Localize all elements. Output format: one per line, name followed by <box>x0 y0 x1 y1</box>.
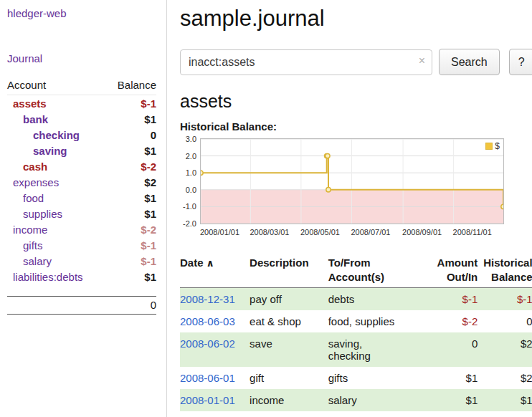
account-balance: $1 <box>105 190 156 206</box>
accounts-header-row: Account Balance <box>7 77 156 95</box>
transaction-date-link[interactable]: 2008-06-02 <box>180 337 235 350</box>
search-input[interactable] <box>180 49 432 75</box>
account-link-gifts[interactable]: gifts <box>23 239 43 251</box>
transaction-row: 2008-12-31 pay off debts $-1 $-1 <box>180 288 532 311</box>
account-row: saving $1 <box>7 143 156 158</box>
legend-label: $ <box>495 141 500 151</box>
account-balance: $-2 <box>105 158 156 174</box>
page-title: sample.journal <box>180 6 532 32</box>
x-tick-label: 2008/05/01 <box>300 228 340 236</box>
transaction-accounts: saving, checking <box>328 332 435 367</box>
account-link-supplies[interactable]: supplies <box>23 208 62 220</box>
balance-chart-svg <box>201 139 503 224</box>
chart-x-axis: 2008/01/012008/03/012008/05/012008/07/01… <box>200 228 504 239</box>
x-tick-label: 2008/09/01 <box>402 228 442 236</box>
account-balance: $1 <box>105 143 156 158</box>
account-row: assets $-1 <box>7 95 156 112</box>
account-row: bank $1 <box>7 111 156 127</box>
accounts-total: 0 <box>7 296 156 315</box>
account-row: supplies $1 <box>7 206 156 221</box>
transaction-description: eat & shop <box>250 310 328 332</box>
accounts-col-balance: Balance <box>105 77 156 95</box>
account-link-checking[interactable]: checking <box>33 129 80 141</box>
transaction-row: 2008-06-01 gift gifts $1 $2 <box>180 367 532 389</box>
x-tick-label: 2008/07/01 <box>351 228 390 236</box>
search-box: × <box>180 49 432 75</box>
transaction-accounts: food, supplies <box>328 310 435 332</box>
col-date-label: Date <box>180 257 204 269</box>
col-date-sortable[interactable]: Date∧ <box>180 254 250 288</box>
transaction-description: pay off <box>250 288 328 311</box>
accounts-col-account: Account <box>7 77 105 95</box>
account-balance: $1 <box>105 206 156 221</box>
transaction-date-link[interactable]: 2008-01-01 <box>180 394 235 406</box>
clear-search-icon[interactable]: × <box>419 55 425 67</box>
account-row: cash $-2 <box>7 158 156 174</box>
account-link-cash[interactable]: cash <box>23 160 47 173</box>
y-tick-label: 3.0 <box>186 135 196 143</box>
account-balance: 0 <box>105 127 156 143</box>
transaction-balance: $1 <box>483 389 532 411</box>
chart-legend: $ <box>485 141 500 151</box>
transaction-balance: $2 <box>483 367 532 389</box>
account-balance: $-1 <box>105 237 156 253</box>
chart-y-axis: 3.02.01.00.0-1.0-2.0 <box>180 138 199 226</box>
account-row: food $1 <box>7 190 156 206</box>
historical-balance-chart: 3.02.01.00.0-1.0-2.0 $ 2008/01/012008/03… <box>180 138 532 246</box>
transaction-date-link[interactable]: 2008-12-31 <box>180 293 235 305</box>
col-amount: Amount Out/In <box>434 254 483 288</box>
col-amount-line1: Amount <box>437 257 478 269</box>
transaction-accounts: debts <box>328 288 435 311</box>
transaction-date-link[interactable]: 2008-06-01 <box>180 372 235 384</box>
transaction-amount: $-2 <box>434 310 483 332</box>
transaction-amount: $1 <box>434 367 483 389</box>
transaction-amount: $1 <box>434 389 483 411</box>
x-tick-label: 2008/01/01 <box>200 228 239 236</box>
journal-nav-link[interactable]: Journal <box>7 52 42 64</box>
transaction-date-link[interactable]: 2008-06-03 <box>180 315 235 327</box>
account-title: assets <box>180 91 532 112</box>
account-balance: $-1 <box>105 253 156 269</box>
account-link-bank[interactable]: bank <box>23 113 48 125</box>
y-tick-label: -2.0 <box>183 219 196 228</box>
account-balance: $-2 <box>105 221 156 237</box>
transaction-balance: $-1 <box>483 288 532 311</box>
x-tick-label: 2008/11/01 <box>453 228 492 236</box>
col-balance: Historical Balance <box>483 254 532 288</box>
transaction-accounts: gifts <box>328 367 435 389</box>
account-link-liabilities-debts[interactable]: liabilities:debts <box>13 271 83 283</box>
transaction-row: 2008-01-01 income salary $1 $1 <box>180 389 532 411</box>
account-link-income[interactable]: income <box>13 224 47 236</box>
y-tick-label: -1.0 <box>183 202 196 211</box>
app-title-link[interactable]: hledger-web <box>7 7 67 19</box>
account-row: salary $-1 <box>7 253 156 269</box>
sidebar: hledger-web Journal Account Balance asse… <box>0 0 167 417</box>
account-row: checking 0 <box>7 127 156 143</box>
account-link-food[interactable]: food <box>23 192 44 204</box>
account-row: gifts $-1 <box>7 237 156 253</box>
transaction-amount: 0 <box>434 332 483 367</box>
x-tick-label: 2008/03/01 <box>250 228 289 236</box>
search-button[interactable]: Search <box>439 49 500 75</box>
transactions-header-row: Date∧ Description To/From Account(s) Amo… <box>180 254 532 288</box>
sort-asc-icon: ∧ <box>206 257 214 269</box>
col-balance-line1: Historical <box>483 257 532 269</box>
y-tick-label: 2.0 <box>186 152 196 160</box>
transaction-row: 2008-06-03 eat & shop food, supplies $-2… <box>180 310 532 332</box>
col-description: Description <box>250 254 328 288</box>
y-tick-label: 1.0 <box>186 168 196 177</box>
col-accounts-line1: To/From <box>328 257 371 269</box>
search-bar: × Search ? <box>180 49 532 75</box>
col-accounts: To/From Account(s) <box>328 254 435 288</box>
account-link-salary[interactable]: salary <box>23 255 52 267</box>
transactions-table: Date∧ Description To/From Account(s) Amo… <box>180 254 532 411</box>
help-button[interactable]: ? <box>509 49 532 75</box>
col-amount-line2: Out/In <box>447 271 478 283</box>
account-link-expenses[interactable]: expenses <box>13 176 59 188</box>
transaction-balance: 0 <box>483 310 532 332</box>
col-accounts-line2: Account(s) <box>328 271 384 283</box>
account-link-assets[interactable]: assets <box>13 97 47 110</box>
account-link-saving[interactable]: saving <box>33 145 67 157</box>
transaction-amount: $-1 <box>434 288 483 311</box>
transaction-row: 2008-06-02 save saving, checking 0 $2 <box>180 332 532 367</box>
